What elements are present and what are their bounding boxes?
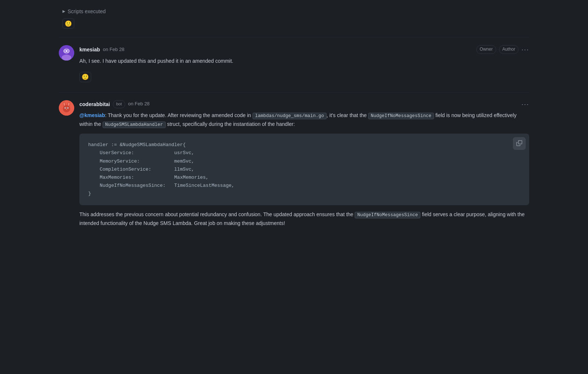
emoji-reaction-kmesiab[interactable]: 🙂 (79, 72, 91, 82)
comment-kmesiab-header: kmesiab on Feb 28 Owner Author ··· (79, 45, 529, 54)
svg-point-15 (68, 108, 68, 108)
copy-code-button[interactable] (513, 137, 526, 150)
svg-point-2 (62, 55, 71, 61)
badge-author: Author (499, 45, 519, 54)
inline-code-2: NudgeIfNoMessagesSince (368, 113, 434, 119)
comment-coderabbit-header-right: ··· (521, 101, 529, 108)
scripts-toggle-label: Scripts executed (68, 7, 106, 15)
comment-coderabbit-content: coderabbitai bot on Feb 28 ··· @kmesiab:… (79, 100, 529, 231)
scripts-toggle[interactable]: ▶ Scripts executed (62, 7, 529, 15)
comment-kmesiab-content: kmesiab on Feb 28 Owner Author ··· Ah, I… (79, 45, 529, 82)
inline-code-3: NudgeSMSLambdaHandler (103, 121, 166, 128)
code-block-wrapper: handler := &NudgeSMSLambdaHandler{ UserS… (79, 134, 529, 205)
username-coderabbit[interactable]: coderabbitai (79, 100, 110, 108)
divider-2 (59, 92, 529, 93)
avatar-icon-kmesiab (59, 45, 74, 61)
more-options-coderabbit[interactable]: ··· (521, 101, 529, 108)
avatar-kmesiab (59, 45, 74, 61)
svg-point-14 (65, 108, 66, 108)
inline-code-1: lambdas/nudge_sms/main.go (252, 113, 327, 119)
comment-coderabbit: coderabbitai bot on Feb 28 ··· @kmesiab:… (59, 100, 529, 231)
mention-kmesiab[interactable]: @kmesiab (79, 112, 105, 118)
comment-kmesiab: kmesiab on Feb 28 Owner Author ··· Ah, I… (59, 45, 529, 82)
divider-1 (59, 37, 529, 38)
comment-coderabbit-header: coderabbitai bot on Feb 28 ··· (79, 100, 529, 108)
inline-code-4: NudgeIfNoMessagesSince (355, 212, 420, 218)
code-line-1: handler := &NudgeSMSLambdaHandler{ UserS… (88, 142, 234, 196)
copy-icon (516, 140, 522, 147)
comment-kmesiab-header-left: kmesiab on Feb 28 (79, 46, 125, 54)
emoji-icon-kmesiab: 🙂 (82, 73, 89, 80)
svg-point-16 (66, 109, 67, 110)
text-part4: struct, specifically during the instanti… (166, 121, 295, 127)
text-bottom-1: This addresses the previous concern abou… (79, 211, 355, 217)
page-container: ▶ Scripts executed 🙂 kmesiab (48, 0, 540, 249)
badge-owner: Owner (476, 45, 496, 54)
comment-text-coderabbit-p1: @kmesiab: Thank you for the update. Afte… (79, 111, 529, 128)
username-kmesiab[interactable]: kmesiab (79, 46, 100, 54)
scripts-section: ▶ Scripts executed 🙂 (59, 7, 529, 29)
date-kmesiab: on Feb 28 (103, 46, 125, 54)
triangle-icon: ▶ (62, 8, 65, 14)
emoji-reaction-button[interactable]: 🙂 (62, 18, 74, 29)
text-part1: : Thank you for the update. After review… (105, 112, 252, 118)
date-coderabbit: on Feb 28 (128, 100, 150, 108)
emoji-icon: 🙂 (65, 20, 72, 27)
svg-point-11 (63, 105, 70, 112)
badge-bot: bot (113, 100, 125, 108)
comment-coderabbit-header-left: coderabbitai bot on Feb 28 (79, 100, 150, 108)
comment-text-kmesiab: Ah, I see. I have updated this and pushe… (79, 57, 529, 65)
avatar-coderabbit (59, 100, 74, 116)
code-block: handler := &NudgeSMSLambdaHandler{ UserS… (79, 134, 529, 205)
more-options-kmesiab[interactable]: ··· (521, 46, 529, 53)
avatar-icon-coderabbit (59, 100, 74, 116)
comment-kmesiab-header-right: Owner Author ··· (476, 45, 529, 54)
text-part2: , it's clear that the (327, 112, 368, 118)
comment-text-coderabbit-p2: This addresses the previous concern abou… (79, 210, 529, 228)
